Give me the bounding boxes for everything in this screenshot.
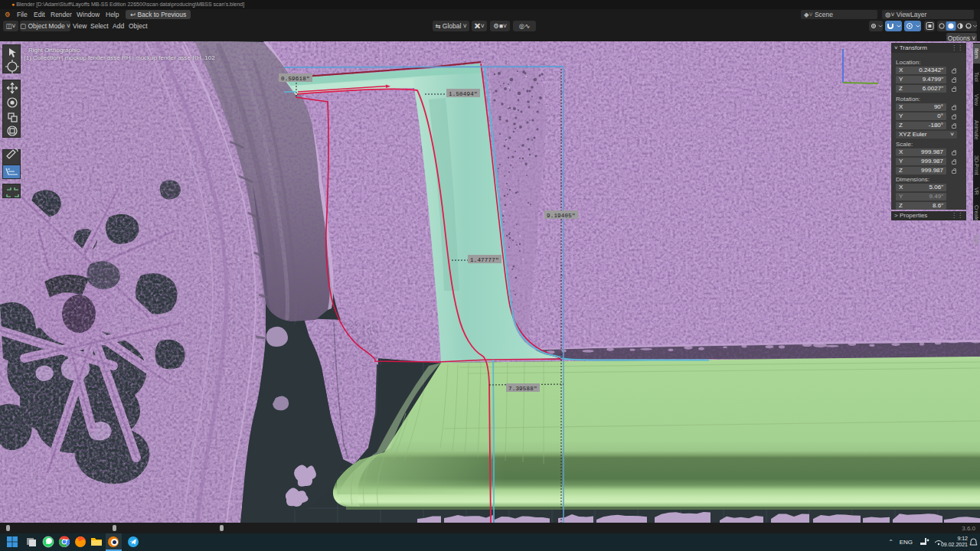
svg-text:7.39588": 7.39588" <box>508 386 537 392</box>
svg-text:9.19405": 9.19405" <box>547 213 576 219</box>
svg-text:0.59618": 0.59618" <box>281 76 310 82</box>
svg-text:1.50494": 1.50494" <box>449 91 478 97</box>
svg-text:1.47777": 1.47777" <box>470 257 499 263</box>
